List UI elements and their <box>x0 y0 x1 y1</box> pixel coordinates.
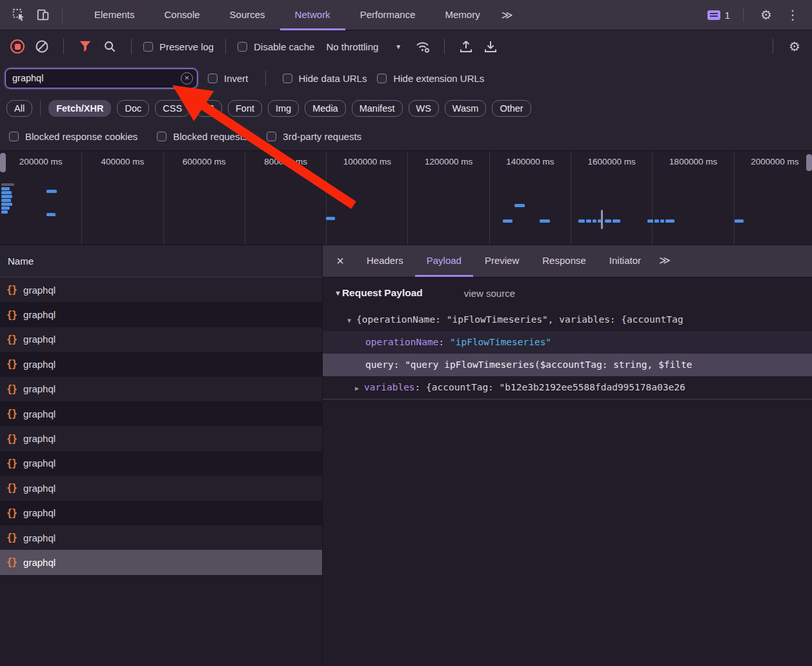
filter-chip-css[interactable]: CSS <box>155 100 190 117</box>
detail-tab-payload[interactable]: Payload <box>415 245 473 277</box>
waterfall-mark <box>665 219 675 223</box>
more-tabs-icon[interactable]: ≫ <box>495 1 520 30</box>
filter-chip-wasm[interactable]: Wasm <box>445 100 487 117</box>
filter-input[interactable] <box>6 73 197 83</box>
payload-tree: ▼{operationName: "ipFlowTimeseries", var… <box>323 308 812 399</box>
clear-filter-icon[interactable]: × <box>181 72 193 85</box>
name-column-label: Name <box>8 256 34 267</box>
invert-checkbox[interactable]: Invert <box>208 73 249 84</box>
filter-chip-manifest[interactable]: Manifest <box>352 100 403 117</box>
checkbox[interactable] <box>208 74 218 83</box>
preserve-log-checkbox[interactable]: Preserve log <box>143 41 214 52</box>
checkbox[interactable] <box>157 132 167 141</box>
waterfall-mark <box>660 219 664 223</box>
tab-sources[interactable]: Sources <box>215 0 280 30</box>
detail-tab-response[interactable]: Response <box>531 245 598 277</box>
settings-gear-icon[interactable]: ⚙ <box>756 7 776 23</box>
table-row[interactable]: {}graphql <box>0 327 322 352</box>
checkbox[interactable] <box>143 42 153 52</box>
filter-chip-other[interactable]: Other <box>492 100 531 117</box>
message-bubble-icon <box>707 10 720 20</box>
kebab-menu-icon[interactable]: ⋮ <box>782 7 803 23</box>
table-row[interactable]: {}graphql <box>0 550 322 574</box>
tab-performance[interactable]: Performance <box>345 0 431 30</box>
inspect-element-icon[interactable] <box>10 6 27 23</box>
close-details-icon[interactable]: × <box>325 245 355 277</box>
request-name: graphql <box>23 557 56 568</box>
checkbox[interactable] <box>238 42 247 52</box>
hide-data-urls-checkbox[interactable]: Hide data URLs <box>283 73 367 84</box>
payload-root-row[interactable]: ▼{operationName: "ipFlowTimeseries", var… <box>323 308 812 331</box>
checkbox[interactable] <box>9 132 19 141</box>
request-details-panel: × HeadersPayloadPreviewResponseInitiator… <box>323 245 812 666</box>
table-row[interactable]: {}graphql <box>0 401 322 426</box>
view-source-link[interactable]: view source <box>464 288 515 299</box>
filter-chip-fetch-xhr[interactable]: Fetch/XHR <box>48 100 111 117</box>
checkbox[interactable] <box>267 132 276 141</box>
network-conditions-icon[interactable] <box>413 37 432 56</box>
divider <box>743 7 744 23</box>
throttling-dropdown[interactable]: No throttling ▼ <box>320 41 408 52</box>
issues-badge[interactable]: 1 <box>707 10 730 21</box>
detail-tab-headers[interactable]: Headers <box>355 245 415 277</box>
waterfall-mark <box>46 190 57 193</box>
filter-chip-font[interactable]: Font <box>228 100 262 117</box>
tab-network[interactable]: Network <box>280 0 345 30</box>
extra-filter-checkboxes: Blocked response cookiesBlocked requests… <box>0 123 812 151</box>
record-network-log-button[interactable] <box>8 37 27 56</box>
payload-operationname-row[interactable]: operationName: "ipFlowTimeseries" <box>323 331 812 354</box>
filter-chip-img[interactable]: Img <box>268 100 299 117</box>
network-overview-timeline[interactable]: 200000 ms400000 ms600000 ms800000 ms1000… <box>0 151 812 245</box>
tab-elements[interactable]: Elements <box>79 0 150 30</box>
timeline-scroll-handle-left[interactable] <box>0 153 6 172</box>
filter-chip-media[interactable]: Media <box>305 100 346 117</box>
tree-collapsed-icon[interactable]: ▶ <box>355 385 359 392</box>
import-har-icon[interactable] <box>456 37 476 56</box>
blocked-response-cookies-label: Blocked response cookies <box>25 131 137 142</box>
waterfall-mark <box>46 213 56 216</box>
payload-query-row-selected[interactable]: query: "query ipFlowTimeseries($accountT… <box>323 354 812 376</box>
detail-tab-preview[interactable]: Preview <box>473 245 531 277</box>
3rd-party-requests-checkbox[interactable]: 3rd-party requests <box>267 131 361 142</box>
table-row[interactable]: {}graphql <box>0 525 322 550</box>
clear-network-log-icon[interactable] <box>32 37 52 56</box>
export-har-icon[interactable] <box>481 37 500 56</box>
table-row[interactable]: {}graphql <box>0 501 322 525</box>
hide-extension-urls-checkbox[interactable]: Hide extension URLs <box>377 73 484 84</box>
tab-console[interactable]: Console <box>150 0 215 30</box>
timeline-scroll-handle-right[interactable] <box>806 154 812 171</box>
payload-variables-row[interactable]: ▶variables: {accountTag: "b12e3b2192ee55… <box>323 376 812 399</box>
table-row[interactable]: {}graphql <box>0 377 322 401</box>
search-icon[interactable] <box>100 37 119 56</box>
filter-chip-doc[interactable]: Doc <box>117 100 149 117</box>
filter-chip-all[interactable]: All <box>6 100 32 117</box>
table-row[interactable]: {}graphql <box>0 426 322 450</box>
name-column-header[interactable]: Name <box>0 245 322 278</box>
chevron-down-icon: ▼ <box>395 43 401 50</box>
network-settings-gear-icon[interactable]: ⚙ <box>785 39 804 54</box>
tab-memory[interactable]: Memory <box>431 0 495 30</box>
blocked-response-cookies-checkbox[interactable]: Blocked response cookies <box>9 131 137 142</box>
table-row[interactable]: {}graphql <box>0 476 322 500</box>
device-toolbar-icon[interactable] <box>35 6 52 23</box>
disable-cache-checkbox[interactable]: Disable cache <box>238 41 314 52</box>
section-expand-icon[interactable]: ▼ <box>334 289 341 297</box>
detail-tab-initiator[interactable]: Initiator <box>598 245 653 277</box>
waterfall-mark <box>514 204 525 207</box>
waterfall-mark <box>503 219 513 223</box>
checkbox[interactable] <box>377 74 387 83</box>
filter-chip-ws[interactable]: WS <box>409 100 439 117</box>
request-payload-section[interactable]: ▼ Request Payload view source <box>323 278 812 308</box>
tree-expanded-icon[interactable]: ▼ <box>347 317 351 324</box>
filter-funnel-icon[interactable] <box>76 37 95 56</box>
table-row[interactable]: {}graphql <box>0 451 322 476</box>
table-row[interactable]: {}graphql <box>0 302 322 327</box>
filter-chip-js[interactable]: JS <box>196 100 222 117</box>
table-row[interactable]: {}graphql <box>0 352 322 376</box>
more-detail-tabs-icon[interactable]: ≫ <box>654 245 676 277</box>
network-filter-row: × Invert Hide data URLs Hide extension U… <box>0 63 812 94</box>
blocked-requests-checkbox[interactable]: Blocked requests <box>157 131 247 142</box>
requests-panel: Name {}graphql{}graphql{}graphql{}graphq… <box>0 245 323 666</box>
checkbox[interactable] <box>283 74 292 83</box>
table-row[interactable]: {}graphql <box>0 278 322 302</box>
